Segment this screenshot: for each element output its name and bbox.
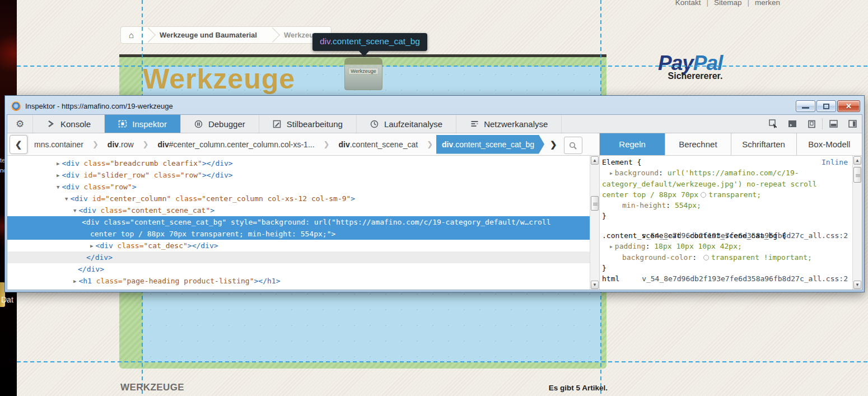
devtools-body: ⚙ KonsoleInspektorDebuggerStilbearbeitun… (7, 114, 862, 290)
breadcrumb-chevron-icon (266, 27, 275, 43)
tab-label: Konsole (60, 119, 91, 129)
tree-row[interactable]: <div class="content_scene_cat_bg" style=… (7, 216, 590, 240)
pick-element-icon[interactable] (764, 115, 783, 133)
breadcrumb-chevron-icon (142, 27, 151, 43)
split-console-icon[interactable] (783, 115, 802, 133)
color-swatch[interactable] (703, 255, 709, 260)
rules-view-scrollbar[interactable]: ▲ ▼ (852, 156, 862, 290)
dock-bottom-icon[interactable] (824, 115, 843, 133)
desktop-icon-label: Dat (1, 295, 13, 304)
stylesheet-link[interactable]: v_54_8e7d96db2f193e7fe6d358a96fb8d27c_al… (642, 273, 848, 284)
devtools-window-title: Inspektor - https://amafino.com/19-werkz… (25, 102, 795, 110)
devtools-tab-debugger[interactable]: Debugger (181, 115, 259, 133)
scroll-up-arrow[interactable]: ▲ (591, 156, 599, 165)
tree-row[interactable]: ▼<div class="row"> (7, 181, 590, 193)
rule-line[interactable]: center top / 88px 70pxtransparent; (602, 189, 849, 200)
scroll-down-arrow[interactable]: ▼ (853, 281, 861, 289)
tree-row[interactable]: ▼<div id="center_column" class="center_c… (7, 193, 590, 204)
dock-side-icon[interactable] (843, 115, 862, 133)
tree-row[interactable]: ▶<h1 class="page-heading product-listing… (7, 275, 590, 287)
collapse-arrow-icon[interactable]: ▼ (57, 184, 59, 190)
search-button[interactable] (564, 137, 582, 154)
expand-arrow-icon[interactable]: ▶ (57, 161, 59, 166)
network-icon (470, 119, 479, 128)
inline-style-link[interactable]: Inline (822, 157, 848, 167)
devtools-tab-stilbearbeitung[interactable]: Stilbearbeitung (259, 115, 357, 133)
highlighter-node-infobar: div.content_scene_cat_bg (312, 33, 427, 51)
scrollbar-thumb[interactable] (853, 167, 861, 183)
markup-view-scrollbar[interactable]: ▲ ▼ (590, 156, 599, 290)
breadcrumb-scroll-right-button[interactable]: ❯ (544, 139, 563, 150)
devtools-tab-inspektor[interactable]: Inspektor (105, 115, 181, 133)
rule-line[interactable]: min-height: 554px; (602, 200, 849, 211)
sitemap-link[interactable]: Sitemap (714, 0, 742, 7)
highlighter-guide-bottom (17, 361, 868, 362)
sidebar-tab-box-modell[interactable]: Box-Modell (797, 133, 862, 155)
tab-label: Laufzeitanalyse (384, 119, 442, 129)
scrollbar-thumb[interactable] (591, 196, 599, 211)
expand-arrow-icon[interactable]: ▶ (90, 243, 93, 249)
tab-label: Netzwerkanalyse (484, 119, 548, 129)
rule-line[interactable]: } (602, 211, 849, 221)
breadcrumb-separator-icon: ❯ (89, 140, 102, 148)
expand-arrow-icon[interactable]: ▶ (610, 171, 613, 176)
rule-line[interactable]: ▶background: url('https://amafino.com/c/… (602, 167, 849, 179)
devtools-breadcrumb-row: ❮ mns.container❯div.row❯div#center_colum… (7, 133, 862, 156)
category-page-title: Werkzeuge (143, 63, 295, 95)
color-swatch[interactable] (701, 192, 706, 198)
rule-line[interactable]: background-color: transparent !important… (602, 252, 849, 263)
node-breadcrumb-item[interactable]: mns.container (29, 135, 89, 154)
top-nav-links: Kontakt|Sitemap|merken (675, 0, 780, 7)
paypal-tagline: Sicherererer. (658, 71, 722, 81)
sidebar-tab-berechnet[interactable]: Berechnet (665, 133, 731, 155)
devtools-titlebar[interactable]: Inspektor - https://amafino.com/19-werkz… (7, 97, 862, 114)
sidebar-tab-regeln[interactable]: Regeln (600, 133, 665, 155)
responsive-mode-icon[interactable] (802, 115, 821, 133)
product-list-heading: WERKZEUGE (120, 382, 184, 393)
rule-line[interactable]: ▶padding: 18px 10px 10px 42px; (602, 241, 849, 252)
devtools-options-gear-icon[interactable]: ⚙ (7, 115, 33, 133)
breadcrumb-scroll-left-button[interactable]: ❮ (10, 135, 27, 154)
devtools-tab-netzwerkanalyse[interactable]: Netzwerkanalyse (456, 115, 562, 133)
kontakt-link[interactable]: Kontakt (675, 0, 701, 7)
maximize-button[interactable] (816, 100, 836, 112)
inspector-icon (118, 119, 127, 128)
sidebar-tab-schriftarten[interactable]: Schriftarten (731, 133, 797, 155)
category-bucket-image: Werkzeuge (344, 58, 382, 90)
minimize-button[interactable] (796, 100, 815, 112)
tree-row[interactable]: ▶<div id="slider_row" class="row"></div> (7, 169, 590, 181)
merken-link[interactable]: merken (755, 0, 780, 7)
tree-row[interactable]: ▶<div id="subcategories"></div> (7, 287, 590, 290)
scroll-down-arrow[interactable]: ▼ (591, 281, 599, 289)
rule-line[interactable]: .content_scene_cat .content_scene_cat_bg… (602, 230, 849, 241)
collapse-arrow-icon[interactable]: ▼ (65, 196, 68, 202)
breadcrumb-item-category[interactable]: Werkzeuge und Baumaterial (151, 27, 266, 43)
tree-row[interactable]: </div> (7, 251, 590, 263)
devtools-tab-laufzeitanalyse[interactable]: Laufzeitanalyse (357, 115, 456, 133)
rule-line[interactable]: category_default/werkzeuge.jpg') no-repe… (602, 179, 849, 189)
search-icon (569, 142, 577, 150)
collapse-arrow-icon[interactable]: ▼ (73, 208, 76, 213)
rule-line[interactable]: htmlv_54_8e7d96db2f193e7fe6d358a96fb8d27… (602, 273, 849, 284)
close-button[interactable]: ✕ (837, 100, 860, 112)
toolbar-separator (822, 118, 823, 129)
devtools-toolbar: ⚙ KonsoleInspektorDebuggerStilbearbeitun… (7, 115, 862, 133)
node-breadcrumb-item[interactable]: div.content_scene_cat (333, 135, 423, 154)
node-breadcrumb-item[interactable]: div.content_scene_cat_bg (436, 135, 544, 154)
home-icon[interactable]: ⌂ (121, 27, 142, 43)
breadcrumb-separator-icon: ❯ (320, 140, 333, 148)
expand-arrow-icon[interactable]: ▶ (57, 173, 59, 178)
rule-line[interactable]: Element {Inline (602, 157, 849, 167)
tree-row[interactable]: ▶<div class="breadcrumb clearfix"></div> (7, 157, 590, 169)
expand-arrow-icon[interactable]: ▶ (73, 278, 76, 284)
tree-row[interactable]: ▼<div class="content_scene_cat"> (7, 204, 590, 216)
tree-row[interactable]: ▶<div class="cat_desc"></div> (7, 240, 590, 251)
tree-row[interactable]: </div> (7, 263, 590, 275)
firefox-icon (11, 101, 21, 111)
devtools-tab-konsole[interactable]: Konsole (33, 115, 105, 133)
expand-arrow-icon[interactable]: ▶ (610, 244, 613, 249)
node-breadcrumb-item[interactable]: div#center_column.center_column.col-xs-1… (152, 135, 320, 154)
rule-line[interactable]: } (602, 263, 849, 273)
scroll-up-arrow[interactable]: ▲ (853, 156, 861, 165)
node-breadcrumb-item[interactable]: div.row (102, 135, 139, 154)
